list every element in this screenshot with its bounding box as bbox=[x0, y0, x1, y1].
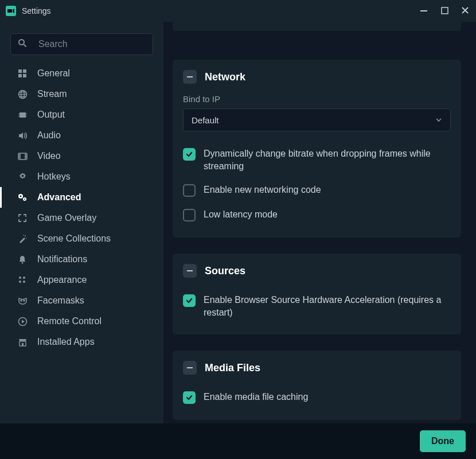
sidebar-item-scene-collections[interactable]: Scene Collections bbox=[0, 228, 163, 249]
svg-point-29 bbox=[21, 300, 22, 301]
checkbox-label: Low latency mode bbox=[204, 208, 278, 221]
sidebar-item-audio[interactable]: Audio bbox=[0, 125, 163, 146]
play-icon bbox=[17, 316, 28, 327]
svg-point-30 bbox=[24, 300, 25, 301]
svg-rect-12 bbox=[18, 116, 19, 116]
checkbox-hw-accel[interactable] bbox=[183, 294, 196, 307]
globe-icon bbox=[17, 88, 28, 100]
svg-rect-33 bbox=[22, 343, 24, 346]
footer: Done bbox=[0, 423, 476, 459]
svg-rect-0 bbox=[7, 9, 12, 13]
sidebar-item-label: Game Overlay bbox=[37, 213, 96, 223]
sidebar-item-label: Appearance bbox=[37, 275, 87, 285]
svg-point-24 bbox=[22, 262, 24, 264]
gear-icon bbox=[17, 171, 28, 182]
checkbox-label: Enable Browser Source Hardware Accelerat… bbox=[204, 294, 451, 318]
sidebar-item-label: Stream bbox=[37, 89, 67, 99]
maximize-icon[interactable] bbox=[439, 6, 450, 16]
window-controls bbox=[419, 6, 470, 16]
sidebar-item-notifications[interactable]: Notifications bbox=[0, 249, 163, 270]
done-button[interactable]: Done bbox=[420, 430, 466, 452]
checkbox-row-media-cache: Enable media file caching bbox=[183, 385, 451, 410]
checkbox-row-low-latency: Low latency mode bbox=[183, 203, 451, 227]
panel-title-media: Media Files bbox=[205, 362, 260, 374]
svg-point-18 bbox=[20, 196, 22, 197]
dots-icon bbox=[17, 274, 28, 286]
minimize-icon[interactable] bbox=[419, 6, 429, 16]
sidebar-item-game-overlay[interactable]: Game Overlay bbox=[0, 208, 163, 228]
svg-point-25 bbox=[19, 277, 21, 279]
svg-point-26 bbox=[23, 277, 25, 279]
sidebar-item-appearance[interactable]: Appearance bbox=[0, 270, 163, 290]
svg-rect-5 bbox=[23, 69, 26, 73]
bind-ip-label: Bind to IP bbox=[183, 94, 451, 104]
collapse-button-network[interactable] bbox=[183, 70, 197, 84]
film-icon bbox=[17, 150, 28, 162]
chevron-down-icon bbox=[435, 115, 442, 125]
grid-icon bbox=[17, 68, 28, 79]
window-title: Settings bbox=[22, 6, 51, 15]
sidebar-item-label: Audio bbox=[37, 130, 61, 141]
svg-rect-1 bbox=[420, 10, 427, 11]
sidebar-item-stream[interactable]: Stream bbox=[0, 84, 163, 104]
sidebar-item-remote-control[interactable]: Remote Control bbox=[0, 311, 163, 332]
panel-network: Network Bind to IP Default Dynamically c… bbox=[173, 60, 461, 238]
svg-rect-7 bbox=[23, 74, 26, 77]
checkbox-new-net[interactable] bbox=[183, 184, 196, 197]
main-content: Network Bind to IP Default Dynamically c… bbox=[163, 22, 476, 423]
gears-icon bbox=[17, 192, 28, 203]
sidebar-item-label: Hotkeys bbox=[37, 172, 71, 182]
svg-point-28 bbox=[23, 281, 25, 283]
svg-point-22 bbox=[26, 238, 27, 239]
checkbox-low-latency[interactable] bbox=[183, 209, 196, 221]
checkbox-dyn-bitrate[interactable] bbox=[183, 148, 196, 161]
sidebar-item-facemasks[interactable]: Facemasks bbox=[0, 290, 163, 311]
search-field[interactable] bbox=[38, 39, 153, 49]
app-icon bbox=[6, 6, 16, 16]
bind-ip-select[interactable]: Default bbox=[183, 108, 451, 131]
svg-rect-6 bbox=[18, 74, 22, 77]
sidebar-item-label: Installed Apps bbox=[37, 337, 95, 347]
checkbox-label: Enable new networking code bbox=[204, 184, 321, 196]
sidebar-item-label: Scene Collections bbox=[37, 234, 111, 244]
panel-media-files: Media Files Enable media file caching bbox=[173, 351, 461, 420]
collapse-button-media[interactable] bbox=[183, 361, 197, 375]
sidebar-item-advanced[interactable]: Advanced bbox=[0, 187, 163, 208]
sidebar-item-label: Notifications bbox=[37, 254, 87, 264]
svg-point-21 bbox=[25, 235, 26, 236]
svg-point-16 bbox=[21, 174, 24, 177]
sidebar-item-video[interactable]: Video bbox=[0, 146, 163, 166]
sidebar-item-general[interactable]: General bbox=[0, 63, 163, 84]
sidebar-item-installed-apps[interactable]: Installed Apps bbox=[0, 332, 163, 352]
collapse-button-sources[interactable] bbox=[183, 264, 197, 278]
svg-point-23 bbox=[23, 235, 24, 236]
panel-sources: Sources Enable Browser Source Hardware A… bbox=[173, 254, 461, 334]
expand-icon bbox=[17, 212, 28, 224]
sidebar-item-label: Video bbox=[37, 151, 61, 161]
shop-icon bbox=[17, 336, 28, 348]
svg-point-3 bbox=[19, 40, 24, 45]
sidebar: GeneralStreamOutputAudioVideoHotkeysAdva… bbox=[0, 22, 163, 423]
sidebar-item-label: General bbox=[37, 68, 70, 79]
title-bar: Settings bbox=[0, 0, 476, 22]
svg-point-27 bbox=[19, 281, 21, 283]
checkbox-row-hw-accel: Enable Browser Source Hardware Accelerat… bbox=[183, 288, 451, 324]
volume-icon bbox=[17, 130, 28, 141]
bind-ip-value: Default bbox=[192, 115, 219, 125]
sidebar-item-label: Facemasks bbox=[37, 295, 84, 306]
sidebar-item-output[interactable]: Output bbox=[0, 104, 163, 125]
sidebar-item-label: Output bbox=[37, 110, 65, 120]
search-input[interactable] bbox=[10, 33, 153, 55]
svg-point-20 bbox=[24, 199, 25, 200]
mask-icon bbox=[17, 295, 28, 306]
chip-icon bbox=[17, 109, 28, 120]
wand-icon bbox=[17, 233, 28, 244]
checkbox-row-dyn-bitrate: Dynamically change bitrate when dropping… bbox=[183, 142, 451, 178]
svg-rect-13 bbox=[26, 114, 27, 114]
sidebar-item-label: Remote Control bbox=[37, 316, 102, 326]
close-icon[interactable] bbox=[460, 6, 470, 16]
sidebar-item-label: Advanced bbox=[37, 192, 81, 203]
sidebar-item-hotkeys[interactable]: Hotkeys bbox=[0, 166, 163, 187]
checkbox-media-cache[interactable] bbox=[183, 391, 196, 404]
checkbox-row-new-net: Enable new networking code bbox=[183, 178, 451, 203]
